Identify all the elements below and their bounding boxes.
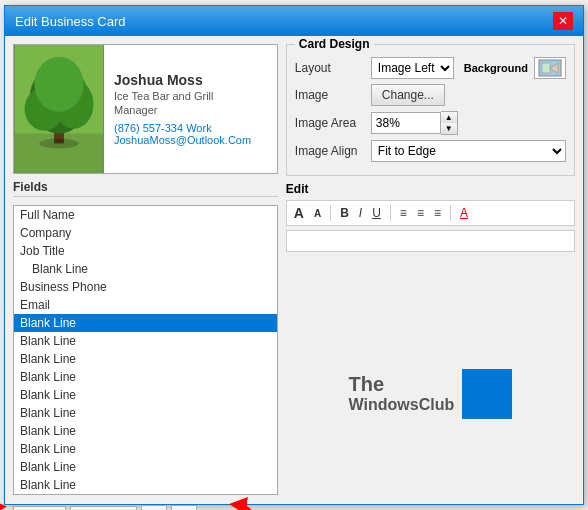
close-button[interactable]: ✕ <box>553 12 573 30</box>
main-window: Edit Business Card ✕ <box>4 5 584 505</box>
align-center-button[interactable]: ≡ <box>414 205 427 221</box>
change-image-button[interactable]: Change... <box>371 84 445 106</box>
field-item[interactable]: Business Phone <box>14 278 277 296</box>
spinner-down[interactable]: ▼ <box>441 123 457 134</box>
image-area-input[interactable] <box>371 112 441 134</box>
image-area-label: Image Area <box>295 116 365 130</box>
watermark-area: The WindowsClub <box>286 258 575 510</box>
watermark-blue-box <box>462 369 512 419</box>
field-item[interactable]: Blank Line <box>14 332 277 350</box>
edit-section-label: Edit <box>286 182 575 196</box>
move-up-button[interactable]: ▲ <box>141 505 167 510</box>
card-name: Joshua Moss <box>114 72 251 88</box>
card-info: Joshua Moss Ice Tea Bar and Grill Manage… <box>104 45 261 173</box>
card-design-group-title: Card Design <box>295 37 566 51</box>
field-item[interactable]: Blank Line <box>14 458 277 476</box>
edit-toolbar: A A B I U ≡ ≡ ≡ A <box>286 200 575 226</box>
card-email: JoshuaMoss@Outlook.Com <box>114 134 251 146</box>
field-item[interactable]: Email <box>14 296 277 314</box>
right-panel: Card Design Layout Image Left Background <box>286 44 575 510</box>
left-panel: Joshua Moss Ice Tea Bar and Grill Manage… <box>13 44 278 510</box>
card-design-section: Card Design Layout Image Left Background <box>286 44 575 176</box>
image-row: Image Change... <box>295 84 566 106</box>
fields-section-label: Fields <box>13 180 278 197</box>
main-content: Joshua Moss Ice Tea Bar and Grill Manage… <box>5 36 583 510</box>
grow-font-button[interactable]: A <box>291 204 307 222</box>
image-align-label: Image Align <box>295 144 365 158</box>
spinner-controls: ▲ ▼ <box>441 111 458 135</box>
svg-rect-11 <box>542 63 550 73</box>
field-item[interactable]: Blank Line <box>14 350 277 368</box>
watermark-text-block: The WindowsClub <box>349 373 455 414</box>
title-bar: Edit Business Card ✕ <box>5 6 583 36</box>
move-down-button[interactable]: ▼ <box>171 505 197 510</box>
field-item[interactable]: Blank Line <box>14 440 277 458</box>
toolbar-sep-1 <box>330 205 331 221</box>
field-item[interactable]: Blank Line <box>14 422 277 440</box>
image-align-select[interactable]: Fit to Edge <box>371 140 566 162</box>
field-item[interactable]: Blank Line <box>14 368 277 386</box>
fields-buttons: Add... Remove ▲ ▼ <box>13 505 278 510</box>
layout-label: Layout <box>295 61 365 75</box>
image-label: Image <box>295 88 365 102</box>
edit-section: Edit A A B I U ≡ ≡ ≡ A <box>286 182 575 252</box>
watermark-line2: WindowsClub <box>349 396 455 414</box>
background-icon <box>538 59 562 77</box>
field-item[interactable]: Blank Line <box>14 476 277 494</box>
svg-point-7 <box>39 139 78 149</box>
field-item[interactable]: Company <box>14 224 277 242</box>
field-item[interactable]: Blank Line <box>14 404 277 422</box>
field-item[interactable]: Full Name <box>14 206 277 224</box>
image-area-spinner: ▲ ▼ <box>371 111 458 135</box>
window-title: Edit Business Card <box>15 14 126 29</box>
watermark-content: The WindowsClub <box>349 369 513 419</box>
font-color-button[interactable]: A <box>457 205 471 221</box>
remove-button[interactable]: Remove <box>70 506 137 510</box>
toolbar-sep-3 <box>450 205 451 221</box>
toolbar-sep-2 <box>390 205 391 221</box>
layout-select[interactable]: Image Left <box>371 57 454 79</box>
card-job-title: Manager <box>114 104 251 116</box>
align-left-button[interactable]: ≡ <box>397 205 410 221</box>
field-item[interactable]: Blank Line <box>14 314 277 332</box>
image-area-row: Image Area ▲ ▼ <box>295 111 566 135</box>
add-button[interactable]: Add... <box>13 506 66 510</box>
watermark-line1: The <box>349 373 455 396</box>
card-image <box>14 45 104 173</box>
bold-button[interactable]: B <box>337 205 352 221</box>
edit-text-input[interactable] <box>286 230 575 252</box>
italic-button[interactable]: I <box>356 205 365 221</box>
card-design-group: Card Design Layout Image Left Background <box>286 44 575 176</box>
underline-button[interactable]: U <box>369 205 384 221</box>
background-label: Background <box>464 62 528 74</box>
tree-illustration <box>14 45 104 173</box>
card-preview: Joshua Moss Ice Tea Bar and Grill Manage… <box>13 44 278 174</box>
field-item[interactable]: Job Title <box>14 242 277 260</box>
align-right-button[interactable]: ≡ <box>431 205 444 221</box>
card-phone: (876) 557-334 Work <box>114 122 251 134</box>
background-button[interactable] <box>534 57 566 79</box>
svg-point-6 <box>34 57 83 112</box>
layout-row: Layout Image Left Background <box>295 57 566 79</box>
card-company: Ice Tea Bar and Grill <box>114 90 251 102</box>
image-align-row: Image Align Fit to Edge <box>295 140 566 162</box>
field-item[interactable]: Blank Line <box>14 386 277 404</box>
field-item[interactable]: Blank Line <box>14 260 277 278</box>
spinner-up[interactable]: ▲ <box>441 112 457 123</box>
card-design-label: Card Design <box>295 37 374 51</box>
shrink-font-button[interactable]: A <box>311 207 324 220</box>
fields-list[interactable]: Full NameCompanyJob TitleBlank LineBusin… <box>13 205 278 495</box>
